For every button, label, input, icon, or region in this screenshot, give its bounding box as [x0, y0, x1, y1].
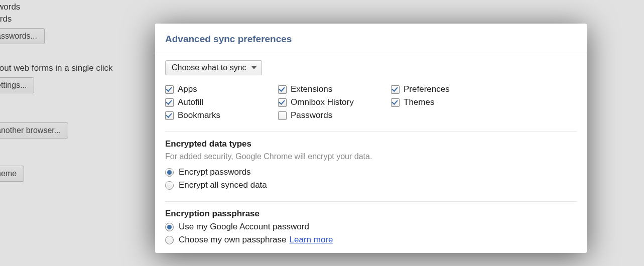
section-title: Encrypted data types [165, 139, 577, 149]
checkbox-label: Themes [404, 97, 434, 107]
sync-item-extensions[interactable]: Extensions [278, 84, 391, 94]
radio-icon[interactable] [165, 223, 174, 231]
checkbox-icon[interactable] [278, 111, 287, 120]
checkbox-icon[interactable] [391, 98, 400, 107]
radio-icon[interactable] [165, 181, 174, 190]
sync-item-autofill[interactable]: Autofill [165, 97, 278, 107]
checkbox-icon[interactable] [165, 111, 174, 120]
dialog-title: Advanced sync preferences [165, 34, 577, 45]
learn-more-link[interactable]: Learn more [290, 235, 333, 245]
dialog-header: Advanced sync preferences [155, 24, 587, 53]
sync-item-preferences[interactable]: Preferences [391, 84, 504, 94]
radio-label: Use my Google Account password [179, 222, 309, 232]
passphrase-option[interactable]: Use my Google Account password [165, 222, 577, 232]
checkbox-label: Omnibox History [291, 97, 354, 107]
checkbox-icon[interactable] [165, 98, 174, 107]
sync-item-passwords[interactable]: Passwords [278, 110, 391, 120]
select-label: Choose what to sync [172, 63, 246, 72]
encryption-passphrase-section: Encryption passphrase Use my Google Acco… [165, 202, 577, 251]
encrypt-option[interactable]: Encrypt passwords [165, 167, 577, 177]
passphrase-option[interactable]: Choose my own passphraseLearn more [165, 235, 577, 245]
checkbox-label: Passwords [291, 110, 332, 120]
autofill-settings-button[interactable]: ettings... [0, 77, 34, 93]
checkbox-icon[interactable] [165, 85, 174, 94]
manage-passwords-button[interactable]: asswords... [0, 28, 45, 44]
radio-label: Encrypt all synced data [179, 180, 267, 190]
encrypt-option[interactable]: Encrypt all synced data [165, 180, 577, 190]
import-browser-button[interactable]: another browser... [0, 122, 68, 139]
checkbox-icon[interactable] [278, 98, 287, 107]
theme-button[interactable]: heme [0, 166, 24, 182]
checkbox-label: Preferences [404, 84, 450, 94]
sync-item-omnibox-history[interactable]: Omnibox History [278, 97, 391, 107]
advanced-sync-dialog: Advanced sync preferences Choose what to… [155, 24, 587, 253]
bg-text: sswords [0, 2, 644, 12]
checkbox-icon[interactable] [391, 85, 400, 94]
checkbox-label: Bookmarks [178, 110, 220, 120]
section-subtitle: For added security, Google Chrome will e… [165, 152, 577, 161]
sync-item-themes[interactable]: Themes [391, 97, 504, 107]
radio-label: Choose my own passphrase [179, 235, 287, 245]
encrypted-data-section: Encrypted data types For added security,… [165, 132, 577, 201]
checkbox-label: Apps [178, 84, 197, 94]
checkbox-icon[interactable] [278, 85, 287, 94]
radio-icon[interactable] [165, 168, 174, 177]
sync-item-bookmarks[interactable]: Bookmarks [165, 110, 278, 120]
radio-icon[interactable] [165, 236, 174, 244]
checkbox-label: Extensions [291, 84, 332, 94]
sync-scope-select[interactable]: Choose what to sync [165, 60, 262, 75]
bg-text: words [0, 14, 644, 24]
section-title: Encryption passphrase [165, 209, 577, 219]
chevron-down-icon [251, 66, 256, 69]
checkbox-label: Autofill [178, 97, 203, 107]
sync-item-apps[interactable]: Apps [165, 84, 278, 94]
sync-items-grid: AppsExtensionsPreferencesAutofillOmnibox… [165, 84, 577, 120]
radio-label: Encrypt passwords [179, 167, 251, 177]
